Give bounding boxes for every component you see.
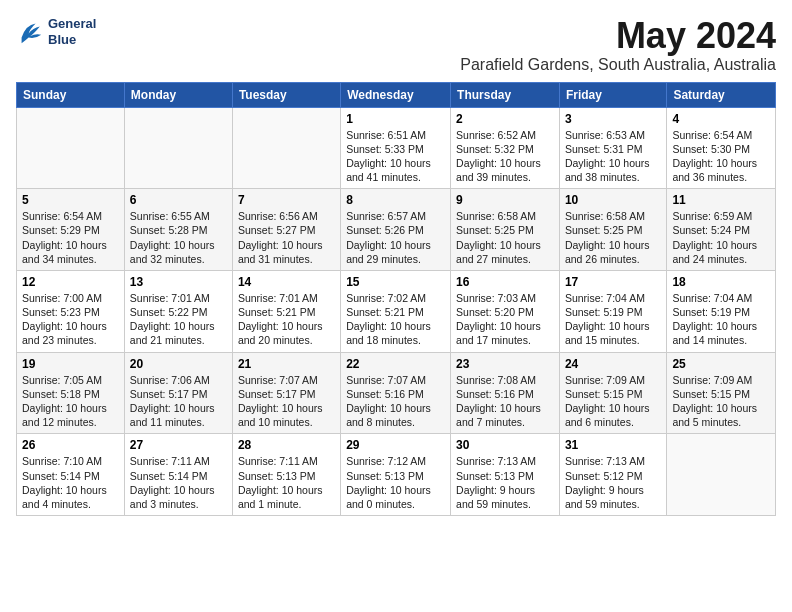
calendar-day-cell: 17Sunrise: 7:04 AM Sunset: 5:19 PM Dayli… <box>559 270 666 352</box>
calendar-body: 1Sunrise: 6:51 AM Sunset: 5:33 PM Daylig… <box>17 107 776 515</box>
calendar-day-cell: 11Sunrise: 6:59 AM Sunset: 5:24 PM Dayli… <box>667 189 776 271</box>
calendar-day-cell: 6Sunrise: 6:55 AM Sunset: 5:28 PM Daylig… <box>124 189 232 271</box>
day-number: 28 <box>238 438 335 452</box>
day-number: 3 <box>565 112 661 126</box>
calendar-day-cell: 24Sunrise: 7:09 AM Sunset: 5:15 PM Dayli… <box>559 352 666 434</box>
day-info: Sunrise: 7:09 AM Sunset: 5:15 PM Dayligh… <box>565 373 661 430</box>
day-number: 27 <box>130 438 227 452</box>
day-number: 10 <box>565 193 661 207</box>
calendar-day-cell: 9Sunrise: 6:58 AM Sunset: 5:25 PM Daylig… <box>451 189 560 271</box>
calendar-day-cell: 27Sunrise: 7:11 AM Sunset: 5:14 PM Dayli… <box>124 434 232 516</box>
day-info: Sunrise: 7:04 AM Sunset: 5:19 PM Dayligh… <box>565 291 661 348</box>
calendar-day-cell: 30Sunrise: 7:13 AM Sunset: 5:13 PM Dayli… <box>451 434 560 516</box>
calendar-week-row: 5Sunrise: 6:54 AM Sunset: 5:29 PM Daylig… <box>17 189 776 271</box>
calendar-day-cell: 14Sunrise: 7:01 AM Sunset: 5:21 PM Dayli… <box>232 270 340 352</box>
day-number: 11 <box>672 193 770 207</box>
calendar-day-cell: 29Sunrise: 7:12 AM Sunset: 5:13 PM Dayli… <box>341 434 451 516</box>
calendar-day-cell: 19Sunrise: 7:05 AM Sunset: 5:18 PM Dayli… <box>17 352 125 434</box>
day-info: Sunrise: 7:07 AM Sunset: 5:17 PM Dayligh… <box>238 373 335 430</box>
calendar-day-cell: 21Sunrise: 7:07 AM Sunset: 5:17 PM Dayli… <box>232 352 340 434</box>
calendar-header-row: SundayMondayTuesdayWednesdayThursdayFrid… <box>17 82 776 107</box>
calendar-week-row: 19Sunrise: 7:05 AM Sunset: 5:18 PM Dayli… <box>17 352 776 434</box>
day-number: 22 <box>346 357 445 371</box>
day-info: Sunrise: 6:51 AM Sunset: 5:33 PM Dayligh… <box>346 128 445 185</box>
day-number: 19 <box>22 357 119 371</box>
day-number: 7 <box>238 193 335 207</box>
day-of-week-header: Sunday <box>17 82 125 107</box>
day-info: Sunrise: 7:13 AM Sunset: 5:13 PM Dayligh… <box>456 454 554 511</box>
day-number: 17 <box>565 275 661 289</box>
day-info: Sunrise: 7:09 AM Sunset: 5:15 PM Dayligh… <box>672 373 770 430</box>
calendar-day-cell: 2Sunrise: 6:52 AM Sunset: 5:32 PM Daylig… <box>451 107 560 189</box>
day-of-week-header: Wednesday <box>341 82 451 107</box>
calendar-day-cell: 22Sunrise: 7:07 AM Sunset: 5:16 PM Dayli… <box>341 352 451 434</box>
day-info: Sunrise: 6:59 AM Sunset: 5:24 PM Dayligh… <box>672 209 770 266</box>
day-info: Sunrise: 6:54 AM Sunset: 5:29 PM Dayligh… <box>22 209 119 266</box>
calendar-day-cell <box>232 107 340 189</box>
calendar-day-cell: 10Sunrise: 6:58 AM Sunset: 5:25 PM Dayli… <box>559 189 666 271</box>
calendar-week-row: 12Sunrise: 7:00 AM Sunset: 5:23 PM Dayli… <box>17 270 776 352</box>
day-info: Sunrise: 6:55 AM Sunset: 5:28 PM Dayligh… <box>130 209 227 266</box>
day-number: 1 <box>346 112 445 126</box>
month-title: May 2024 <box>460 16 776 56</box>
calendar-day-cell: 23Sunrise: 7:08 AM Sunset: 5:16 PM Dayli… <box>451 352 560 434</box>
day-info: Sunrise: 6:57 AM Sunset: 5:26 PM Dayligh… <box>346 209 445 266</box>
calendar-day-cell <box>667 434 776 516</box>
calendar-day-cell: 8Sunrise: 6:57 AM Sunset: 5:26 PM Daylig… <box>341 189 451 271</box>
day-info: Sunrise: 7:10 AM Sunset: 5:14 PM Dayligh… <box>22 454 119 511</box>
day-info: Sunrise: 7:12 AM Sunset: 5:13 PM Dayligh… <box>346 454 445 511</box>
calendar-day-cell: 12Sunrise: 7:00 AM Sunset: 5:23 PM Dayli… <box>17 270 125 352</box>
page-header: General Blue May 2024 Parafield Gardens,… <box>16 16 776 74</box>
title-block: May 2024 Parafield Gardens, South Austra… <box>460 16 776 74</box>
day-info: Sunrise: 7:11 AM Sunset: 5:13 PM Dayligh… <box>238 454 335 511</box>
day-number: 16 <box>456 275 554 289</box>
day-info: Sunrise: 7:00 AM Sunset: 5:23 PM Dayligh… <box>22 291 119 348</box>
day-number: 4 <box>672 112 770 126</box>
day-info: Sunrise: 6:52 AM Sunset: 5:32 PM Dayligh… <box>456 128 554 185</box>
day-info: Sunrise: 7:02 AM Sunset: 5:21 PM Dayligh… <box>346 291 445 348</box>
day-number: 8 <box>346 193 445 207</box>
day-number: 20 <box>130 357 227 371</box>
day-number: 12 <box>22 275 119 289</box>
day-info: Sunrise: 6:58 AM Sunset: 5:25 PM Dayligh… <box>456 209 554 266</box>
day-number: 26 <box>22 438 119 452</box>
calendar-week-row: 1Sunrise: 6:51 AM Sunset: 5:33 PM Daylig… <box>17 107 776 189</box>
location-title: Parafield Gardens, South Australia, Aust… <box>460 56 776 74</box>
day-number: 30 <box>456 438 554 452</box>
day-info: Sunrise: 7:13 AM Sunset: 5:12 PM Dayligh… <box>565 454 661 511</box>
day-info: Sunrise: 7:07 AM Sunset: 5:16 PM Dayligh… <box>346 373 445 430</box>
calendar-day-cell: 26Sunrise: 7:10 AM Sunset: 5:14 PM Dayli… <box>17 434 125 516</box>
calendar-day-cell: 28Sunrise: 7:11 AM Sunset: 5:13 PM Dayli… <box>232 434 340 516</box>
calendar-day-cell: 15Sunrise: 7:02 AM Sunset: 5:21 PM Dayli… <box>341 270 451 352</box>
day-info: Sunrise: 7:01 AM Sunset: 5:21 PM Dayligh… <box>238 291 335 348</box>
day-number: 23 <box>456 357 554 371</box>
logo-icon <box>16 18 44 46</box>
calendar-day-cell: 13Sunrise: 7:01 AM Sunset: 5:22 PM Dayli… <box>124 270 232 352</box>
calendar-day-cell: 25Sunrise: 7:09 AM Sunset: 5:15 PM Dayli… <box>667 352 776 434</box>
calendar-table: SundayMondayTuesdayWednesdayThursdayFrid… <box>16 82 776 516</box>
day-info: Sunrise: 6:53 AM Sunset: 5:31 PM Dayligh… <box>565 128 661 185</box>
day-of-week-header: Saturday <box>667 82 776 107</box>
day-info: Sunrise: 6:58 AM Sunset: 5:25 PM Dayligh… <box>565 209 661 266</box>
calendar-day-cell: 16Sunrise: 7:03 AM Sunset: 5:20 PM Dayli… <box>451 270 560 352</box>
day-number: 6 <box>130 193 227 207</box>
day-number: 14 <box>238 275 335 289</box>
day-info: Sunrise: 7:11 AM Sunset: 5:14 PM Dayligh… <box>130 454 227 511</box>
day-number: 9 <box>456 193 554 207</box>
day-number: 15 <box>346 275 445 289</box>
day-info: Sunrise: 7:05 AM Sunset: 5:18 PM Dayligh… <box>22 373 119 430</box>
day-of-week-header: Friday <box>559 82 666 107</box>
day-number: 18 <box>672 275 770 289</box>
day-number: 25 <box>672 357 770 371</box>
calendar-day-cell: 1Sunrise: 6:51 AM Sunset: 5:33 PM Daylig… <box>341 107 451 189</box>
logo: General Blue <box>16 16 96 47</box>
calendar-day-cell: 4Sunrise: 6:54 AM Sunset: 5:30 PM Daylig… <box>667 107 776 189</box>
day-info: Sunrise: 7:04 AM Sunset: 5:19 PM Dayligh… <box>672 291 770 348</box>
day-info: Sunrise: 6:56 AM Sunset: 5:27 PM Dayligh… <box>238 209 335 266</box>
day-number: 2 <box>456 112 554 126</box>
day-info: Sunrise: 7:01 AM Sunset: 5:22 PM Dayligh… <box>130 291 227 348</box>
calendar-day-cell: 31Sunrise: 7:13 AM Sunset: 5:12 PM Dayli… <box>559 434 666 516</box>
day-info: Sunrise: 7:08 AM Sunset: 5:16 PM Dayligh… <box>456 373 554 430</box>
calendar-week-row: 26Sunrise: 7:10 AM Sunset: 5:14 PM Dayli… <box>17 434 776 516</box>
day-info: Sunrise: 7:06 AM Sunset: 5:17 PM Dayligh… <box>130 373 227 430</box>
